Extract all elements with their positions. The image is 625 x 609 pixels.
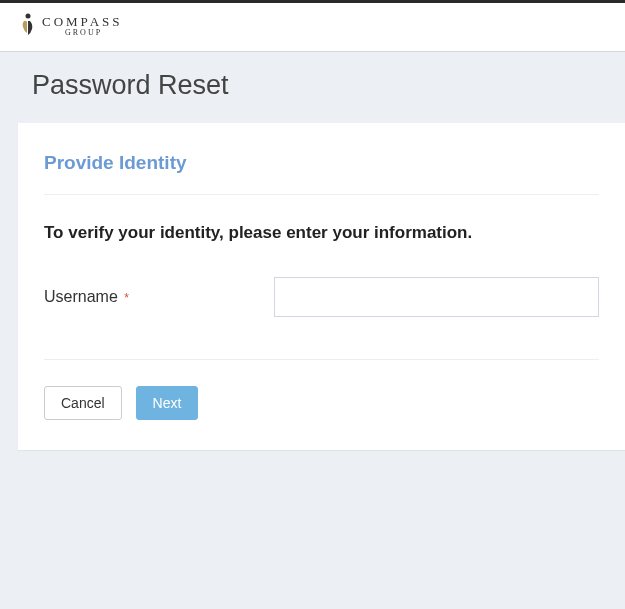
instruction-text: To verify your identity, please enter yo… — [44, 223, 599, 243]
username-row: Username * — [44, 277, 599, 317]
button-row: Cancel Next — [44, 359, 599, 420]
card-title: Provide Identity — [44, 152, 599, 195]
username-input[interactable] — [274, 277, 599, 317]
header: COMPASS GROUP — [0, 3, 625, 52]
identity-card: Provide Identity To verify your identity… — [18, 123, 625, 450]
next-button[interactable]: Next — [136, 386, 199, 420]
page-title-area: Password Reset — [0, 52, 625, 123]
username-label: Username * — [44, 288, 274, 306]
page-title: Password Reset — [32, 70, 593, 101]
username-label-text: Username — [44, 288, 118, 305]
cancel-button[interactable]: Cancel — [44, 386, 122, 420]
compass-logo-icon — [18, 13, 38, 37]
svg-point-0 — [26, 14, 31, 19]
brand-logo: COMPASS GROUP — [18, 13, 123, 37]
required-indicator: * — [124, 291, 129, 305]
